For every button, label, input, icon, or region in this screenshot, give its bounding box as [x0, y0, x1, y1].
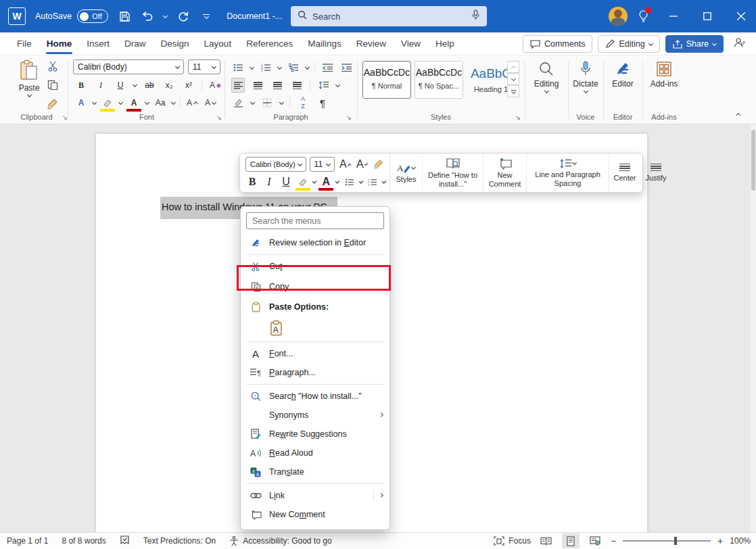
increase-indent-button[interactable] — [339, 60, 353, 75]
subscript-button[interactable]: x₂ — [162, 78, 176, 93]
tab-view[interactable]: View — [394, 32, 428, 55]
word-count[interactable]: 8 of 8 words — [62, 536, 105, 546]
styles-gallery-more-icon[interactable] — [507, 85, 519, 97]
comments-button[interactable]: Comments — [523, 35, 592, 53]
collapse-ribbon-icon[interactable] — [736, 113, 740, 118]
line-spacing-button[interactable] — [316, 78, 330, 93]
menu-item-new-comment[interactable]: New Comment — [241, 505, 389, 524]
paste-dropdown-icon[interactable] — [26, 93, 31, 97]
user-avatar[interactable] — [609, 7, 628, 26]
zoom-in-button[interactable]: + — [717, 535, 723, 546]
sort-button[interactable]: AZ — [296, 95, 310, 110]
tab-insert[interactable]: Insert — [79, 32, 117, 55]
font-dialog-launcher[interactable]: ↘ — [216, 114, 222, 121]
dictate-button[interactable]: Dictate — [571, 61, 600, 93]
mini-highlight-button[interactable] — [296, 174, 310, 189]
mini-define-button[interactable]: Define "How to install..." — [423, 153, 483, 192]
share-button[interactable]: Share — [665, 35, 724, 53]
cut-icon[interactable] — [47, 61, 59, 74]
style-normal[interactable]: AaBbCcDc ¶ Normal — [362, 61, 411, 99]
mini-numbering-button[interactable]: 123 — [366, 174, 379, 189]
tab-layout[interactable]: Layout — [197, 32, 239, 55]
vertical-scrollbar[interactable] — [751, 124, 756, 532]
customize-quick-access-icon[interactable] — [199, 9, 213, 23]
mini-line-spacing-button[interactable]: Line and Paragraph Spacing — [527, 153, 609, 192]
font-family-select[interactable]: Calibri (Body) — [73, 59, 184, 74]
save-icon[interactable] — [118, 9, 131, 23]
tab-mailings[interactable]: Mailings — [300, 32, 349, 55]
bullets-button[interactable] — [231, 60, 245, 75]
mini-format-painter-icon[interactable] — [372, 157, 385, 172]
styles-scroll-down-icon[interactable] — [507, 73, 519, 85]
mini-bullets-button[interactable] — [343, 174, 356, 189]
paste-button[interactable]: Paste — [14, 59, 45, 97]
menu-item-copy[interactable]: Copy — [241, 276, 389, 297]
grow-font-button[interactable]: A — [185, 95, 199, 110]
menu-item-paragraph[interactable]: ¶ Paragraph... — [241, 363, 389, 382]
proofing-icon[interactable] — [120, 535, 130, 546]
editing-menu-button[interactable]: Editing — [527, 61, 565, 93]
menu-item-read-aloud[interactable]: A Read Aloud — [241, 444, 389, 462]
tab-design[interactable]: Design — [153, 32, 197, 55]
numbering-button[interactable]: 123 — [259, 60, 273, 75]
menu-item-search-selection[interactable]: i Search "How to install..." — [241, 387, 389, 406]
menu-item-font[interactable]: A Font... — [241, 344, 389, 363]
tab-references[interactable]: References — [239, 32, 300, 55]
undo-dropdown-icon[interactable] — [163, 13, 168, 18]
menu-search-box[interactable] — [246, 212, 384, 229]
scrollbar-thumb[interactable] — [751, 130, 755, 191]
focus-mode-button[interactable]: Focus — [494, 536, 531, 546]
zoom-out-button[interactable]: − — [611, 535, 616, 546]
undo-icon[interactable] — [141, 9, 154, 23]
styles-scroll-up-icon[interactable] — [507, 61, 519, 73]
align-center-button[interactable] — [251, 78, 264, 93]
mini-shrink-font-button[interactable]: A — [355, 157, 369, 172]
mini-justify-button[interactable]: Justify — [640, 153, 671, 192]
zoom-slider[interactable] — [623, 540, 711, 542]
strikethrough-button[interactable]: ab — [143, 78, 156, 93]
menu-item-translate[interactable]: aA Translate — [241, 462, 389, 481]
mini-bold-button[interactable]: B — [245, 174, 259, 189]
search-box[interactable]: Search — [291, 6, 487, 26]
print-layout-button[interactable] — [562, 533, 580, 548]
addins-button[interactable]: Add-ins — [648, 61, 680, 89]
mini-font-size-select[interactable]: 11 — [310, 157, 335, 172]
mini-font-color-button[interactable]: A — [319, 174, 333, 189]
mini-grow-font-button[interactable]: A — [338, 157, 352, 172]
clipboard-dialog-launcher[interactable]: ↘ — [62, 114, 68, 121]
mini-italic-button[interactable]: I — [262, 174, 276, 189]
justify-button[interactable] — [290, 78, 304, 93]
read-mode-button[interactable] — [538, 533, 555, 548]
shading-button[interactable] — [231, 95, 245, 110]
change-case-button[interactable]: Aa — [153, 95, 167, 110]
align-right-button[interactable] — [270, 78, 284, 93]
mini-new-comment-button[interactable]: New Comment — [483, 153, 527, 192]
document-title[interactable]: Document1 -... — [227, 11, 282, 21]
decrease-indent-button[interactable] — [321, 60, 334, 75]
bold-button[interactable]: B — [74, 78, 88, 93]
redo-icon[interactable] — [176, 9, 190, 23]
paragraph-dialog-launcher[interactable]: ↘ — [346, 114, 352, 121]
mini-underline-button[interactable]: U — [279, 174, 293, 189]
page-indicator[interactable]: Page 1 of 1 — [7, 536, 48, 546]
tab-file[interactable]: File — [9, 32, 39, 55]
close-button[interactable] — [726, 0, 756, 32]
autosave-toggle-group[interactable]: AutoSave Off — [35, 9, 108, 23]
underline-dropdown-icon[interactable] — [133, 82, 137, 87]
minimize-button[interactable] — [659, 0, 688, 32]
editor-button[interactable]: Editor — [607, 61, 638, 89]
autosave-switch[interactable]: Off — [77, 9, 108, 23]
borders-button[interactable] — [260, 95, 274, 110]
menu-search-input[interactable] — [246, 212, 384, 229]
word-logo-icon[interactable]: W — [8, 7, 26, 25]
mini-font-family-select[interactable]: Calibri (Body) — [245, 157, 306, 172]
editing-mode-button[interactable]: Editing — [598, 35, 659, 53]
tab-help[interactable]: Help — [428, 32, 462, 55]
mic-icon[interactable] — [471, 9, 480, 23]
maximize-button[interactable] — [692, 0, 722, 32]
align-left-button[interactable] — [231, 78, 245, 93]
tab-draw[interactable]: Draw — [117, 32, 153, 55]
italic-button[interactable]: I — [94, 78, 108, 93]
menu-item-synonyms[interactable]: Synonyms — [241, 406, 389, 425]
multilevel-list-button[interactable] — [287, 60, 300, 75]
